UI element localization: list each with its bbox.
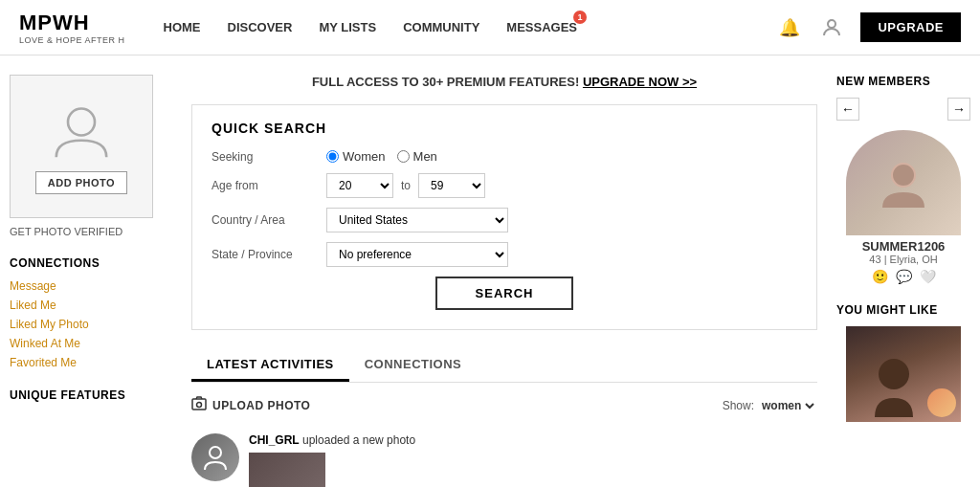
svg-point-4 (210, 447, 221, 458)
nav-item-messages[interactable]: MESSAGES1 (506, 16, 577, 38)
header: MPWH LOVE & HOPE AFTER H HOMEDISCOVERMY … (0, 0, 980, 55)
country-row: Country / Area United States (212, 208, 797, 232)
member-smile-icon[interactable]: 🙂 (872, 269, 888, 284)
connection-link-winked-at-me[interactable]: Winked At Me (10, 337, 172, 350)
activity-photo-thumb[interactable]: 📷 1 (249, 453, 325, 487)
quick-search-box: QUICK SEARCH Seeking Women Men Age from … (191, 104, 817, 330)
show-select[interactable]: women men (758, 398, 817, 413)
member-chat-icon[interactable]: 💬 (896, 269, 912, 284)
member-heart-icon[interactable]: 🤍 (920, 269, 936, 284)
activity-text: CHI_GRL uploaded a new photo (249, 433, 415, 447)
tab-connections[interactable]: CONNECTIONS (349, 349, 478, 382)
country-field: United States (326, 208, 508, 232)
country-label: Country / Area (212, 213, 326, 227)
state-row: State / Province No preference (212, 242, 797, 267)
age-from-select[interactable]: 20 (326, 173, 393, 198)
you-might-badge (927, 388, 956, 417)
member-photo[interactable] (846, 130, 961, 235)
profile-photo-box: ADD PHOTO (10, 75, 153, 218)
unique-features-title: UNIQUE FEATURES (10, 388, 172, 402)
bell-icon[interactable]: 🔔 (776, 14, 803, 41)
quick-search-title: QUICK SEARCH (212, 121, 797, 136)
member-age: 43 (869, 254, 880, 265)
activity-item: CHI_GRL uploaded a new photo 📷 1 (191, 426, 817, 487)
connection-link-liked-me[interactable]: Liked Me (10, 299, 172, 312)
seeking-label: Seeking (212, 150, 326, 164)
activity-avatar[interactable] (191, 433, 239, 481)
add-photo-button[interactable]: ADD PHOTO (35, 171, 127, 194)
nav-item-my-lists[interactable]: MY LISTS (319, 16, 376, 38)
seeking-men-option[interactable]: Men (397, 149, 437, 164)
you-might-avatar-icon (875, 355, 932, 422)
activity-tabs: LATEST ACTIVITIES CONNECTIONS (191, 349, 817, 383)
connection-link-liked-my-photo[interactable]: Liked My Photo (10, 318, 172, 331)
age-from-label: Age from (212, 179, 326, 192)
connection-link-favorited-me[interactable]: Favorited Me (10, 356, 172, 369)
promo-cta[interactable]: UPGRADE NOW >> (583, 75, 697, 89)
connection-link-message[interactable]: Message (10, 279, 172, 293)
state-field: No preference (326, 242, 508, 267)
member-info: 43 | Elyria, OH (836, 254, 970, 265)
prev-member-button[interactable]: ← (836, 98, 859, 121)
new-members-nav: ← → (836, 98, 970, 121)
seeking-women-option[interactable]: Women (326, 149, 386, 164)
search-button[interactable]: SEARCH (435, 277, 574, 310)
age-to-label: to (401, 179, 411, 192)
you-might-like-title: YOU MIGHT LIKE (836, 303, 970, 317)
svg-rect-2 (192, 399, 206, 410)
activity-description: CHI_GRL uploaded a new photo 📷 1 (249, 433, 415, 487)
main-nav: HOMEDISCOVERMY LISTSCOMMUNITYMESSAGES1 (164, 16, 777, 38)
activity-action: uploaded a new photo (302, 433, 415, 447)
activity-photos: 📷 1 (249, 453, 415, 487)
seeking-men-label: Men (413, 149, 437, 164)
tab-latest-activities[interactable]: LATEST ACTIVITIES (191, 349, 349, 382)
activity-bar: UPLOAD PHOTO Show: women men (191, 396, 817, 414)
main-layout: ADD PHOTO GET PHOTO VERIFIED CONNECTIONS… (0, 55, 980, 487)
activity-username[interactable]: CHI_GRL (249, 433, 300, 447)
logo-title: MPWH (19, 11, 125, 35)
promo-bar: FULL ACCESS TO 30+ PREMIUM FEATURES! UPG… (191, 75, 817, 89)
member-avatar-icon (875, 154, 932, 211)
nav-badge-messages: 1 (573, 11, 587, 24)
center-content: FULL ACCESS TO 30+ PREMIUM FEATURES! UPG… (191, 75, 817, 487)
show-filter: Show: women men (723, 398, 817, 413)
state-label: State / Province (212, 248, 326, 261)
nav-item-home[interactable]: HOME (164, 16, 201, 38)
seeking-row: Seeking Women Men (212, 149, 797, 164)
avatar-placeholder (191, 433, 239, 481)
upload-photo-label: UPLOAD PHOTO (212, 399, 310, 412)
svg-point-0 (828, 20, 835, 28)
member-username[interactable]: SUMMER1206 (836, 239, 970, 254)
svg-point-3 (197, 403, 202, 408)
age-row: Age from 20 to 59 (212, 173, 797, 198)
search-btn-wrap: SEARCH (212, 277, 797, 310)
state-select[interactable]: No preference (326, 242, 508, 267)
new-members-title: NEW MEMBERS (836, 75, 970, 88)
age-to-select[interactable]: 59 (418, 173, 485, 198)
right-sidebar: NEW MEMBERS ← → SUMMER1206 43 | Elyria, … (836, 75, 970, 487)
next-member-button[interactable]: → (947, 98, 970, 121)
connections-list: MessageLiked MeLiked My PhotoWinked At M… (10, 279, 172, 369)
age-field: 20 to 59 (326, 173, 485, 198)
nav-item-community[interactable]: COMMUNITY (403, 16, 479, 38)
member-location: Elyria, OH (890, 254, 938, 265)
member-card: SUMMER1206 43 | Elyria, OH 🙂 💬 🤍 (836, 130, 970, 284)
upload-photo-icon (191, 396, 207, 414)
country-select[interactable]: United States (326, 208, 508, 232)
seeking-field: Women Men (326, 149, 437, 164)
member-photo-inner (846, 130, 961, 235)
nav-item-discover[interactable]: DISCOVER (228, 16, 293, 38)
default-avatar-icon (48, 99, 115, 166)
show-label: Show: (723, 399, 754, 412)
get-photo-verified-link[interactable]: GET PHOTO VERIFIED (10, 226, 172, 237)
logo: MPWH LOVE & HOPE AFTER H (19, 11, 125, 45)
user-icon[interactable] (818, 14, 845, 41)
left-sidebar: ADD PHOTO GET PHOTO VERIFIED CONNECTIONS… (10, 75, 172, 487)
logo-sub: LOVE & HOPE AFTER H (19, 35, 125, 45)
you-might-like-photo[interactable] (846, 326, 961, 422)
upgrade-button[interactable]: UPGRADE (860, 12, 961, 42)
connections-title: CONNECTIONS (10, 256, 172, 270)
seeking-women-label: Women (343, 149, 386, 164)
header-actions: 🔔 UPGRADE (776, 12, 961, 42)
upload-photo-button[interactable]: UPLOAD PHOTO (191, 396, 310, 414)
